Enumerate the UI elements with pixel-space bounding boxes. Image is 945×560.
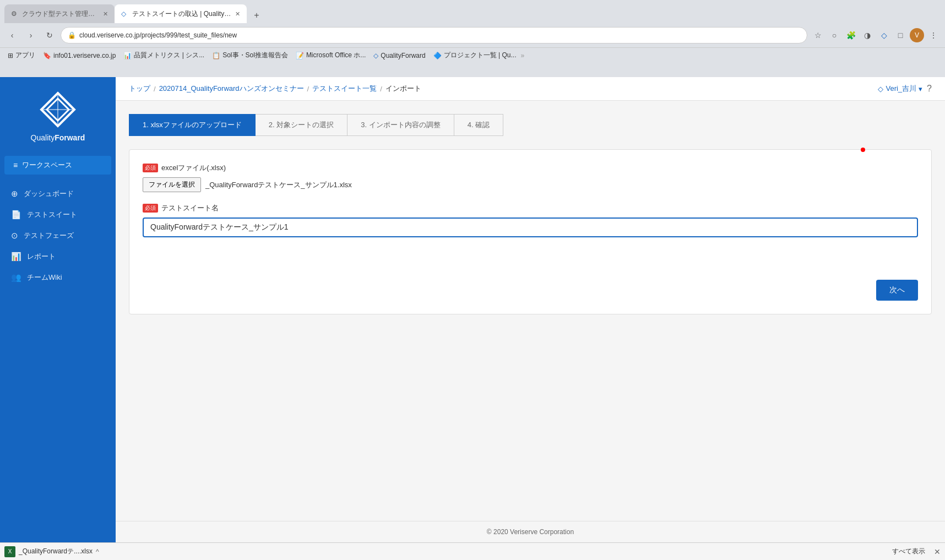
bookmark-qf[interactable]: ◇ QualityForward <box>370 51 428 61</box>
required-badge-excel: 必須 <box>143 164 158 172</box>
bookmark-label-metrics: 品質メトリクス | シス... <box>134 51 204 60</box>
bookmark-label-apps: アプリ <box>15 51 35 60</box>
workspace-icon: ≡ <box>13 161 18 170</box>
tab-close-1[interactable]: ✕ <box>103 10 108 18</box>
sidebar-nav: ⊕ ダッシュボード 📄 テストスイート ⊙ テストフェーズ 📊 レポート 👥 チ… <box>0 179 116 292</box>
breadcrumb-seminar[interactable]: 2020714_QualityForwardハンズオンセミナー <box>159 84 304 94</box>
download-bar: X _QualityForwardテ....xlsx ^ すべて表示 ✕ <box>0 542 945 560</box>
tab-inactive[interactable]: ⚙ クラウド型テスト管理ツール「Quality... ✕ <box>4 4 115 23</box>
nav-item-team-wiki[interactable]: 👥 チームWiki <box>0 267 116 288</box>
excel-icon-text: X <box>8 548 12 554</box>
report-icon: 📊 <box>11 252 21 262</box>
new-tab-button[interactable]: + <box>249 8 264 23</box>
bookmark-label-sol: Sol事・Sol推進報告会 <box>222 51 288 60</box>
tab-favicon-2: ◇ <box>121 10 129 18</box>
suite-name-label: 必須 テストスイート名 <box>143 203 918 213</box>
bookmark-info01[interactable]: 🔖 info01.veriserve.co.jp <box>40 51 119 61</box>
bookmark-projects[interactable]: 🔷 プロジェクト一覧 | Qu... <box>430 50 520 61</box>
bookmark-icon-msoffice: 📝 <box>296 52 304 59</box>
step-tab-2-label: 2. 対象シートの選択 <box>269 121 334 129</box>
nav-item-report[interactable]: 📊 レポート <box>0 246 116 267</box>
next-button[interactable]: 次へ <box>876 280 918 301</box>
breadcrumb-sep-1: / <box>154 85 156 93</box>
diamond-ext-icon[interactable]: ◇ <box>877 28 891 42</box>
nav-label-team-wiki: チームWiki <box>27 273 62 282</box>
breadcrumb-sep-2: / <box>307 85 309 93</box>
user-badge[interactable]: ◇ Veri_吉川 ▾ <box>878 84 922 94</box>
more-bookmarks[interactable]: » <box>521 52 525 59</box>
test-phase-icon: ⊙ <box>11 231 18 241</box>
bookmark-icon-projects: 🔷 <box>433 52 442 59</box>
breadcrumb-suite-list[interactable]: テストスイート一覧 <box>312 84 377 94</box>
breadcrumb: トップ / 2020714_QualityForwardハンズオンセミナー / … <box>129 84 421 94</box>
breadcrumb-sep-3: / <box>380 85 382 93</box>
help-icon[interactable]: ? <box>927 84 932 94</box>
tab-close-2[interactable]: ✕ <box>235 10 240 18</box>
apps-icon: ⊞ <box>8 52 13 59</box>
avatar-icon[interactable]: V <box>910 28 924 42</box>
breadcrumb-bar: トップ / 2020714_QualityForwardハンズオンセミナー / … <box>116 77 945 101</box>
step-tab-3[interactable]: 3. インポート内容の調整 <box>347 114 454 136</box>
nav-item-test-phase[interactable]: ⊙ テストフェーズ <box>0 225 116 246</box>
nav-label-test-suite: テストスイート <box>27 210 77 220</box>
sidebar-logo: QualityForward <box>0 77 116 151</box>
bookmark-icon-info: 🔖 <box>43 52 51 59</box>
main-content: トップ / 2020714_QualityForwardハンズオンセミナー / … <box>116 77 945 542</box>
tab-title-1: クラウド型テスト管理ツール「Quality... <box>22 9 100 19</box>
breadcrumb-top[interactable]: トップ <box>129 84 150 94</box>
excel-field-label: 必須 excelファイル(.xlsx) <box>143 163 918 173</box>
nav-item-test-suite[interactable]: 📄 テストスイート <box>0 204 116 225</box>
refresh-button[interactable]: ↻ <box>42 28 57 43</box>
team-wiki-icon: 👥 <box>11 273 21 282</box>
nav-label-dashboard: ダッシュボード <box>24 189 74 199</box>
download-bar-close[interactable]: ✕ <box>934 547 941 556</box>
profile-icon[interactable]: ○ <box>827 28 841 42</box>
step-tab-1-label: 1. xlsxファイルのアップロード <box>143 121 242 129</box>
bookmark-apps[interactable]: ⊞ アプリ <box>4 50 39 61</box>
bookmark-sol[interactable]: 📋 Sol事・Sol推進報告会 <box>209 50 291 61</box>
test-suite-icon: 📄 <box>11 210 21 220</box>
bookmark-metrics[interactable]: 📊 品質メトリクス | シス... <box>120 50 208 61</box>
bookmark-icon-sol: 📋 <box>212 52 220 59</box>
extension-icon[interactable]: 🧩 <box>844 28 858 42</box>
copyright-text: © 2020 Veriserve Corporation <box>487 528 574 536</box>
bookmark-icon-qf: ◇ <box>373 52 378 59</box>
bookmark-msoffice[interactable]: 📝 Microsoft Office ホ... <box>292 50 369 61</box>
back-button[interactable]: ‹ <box>4 28 20 43</box>
file-select-button[interactable]: ファイルを選択 <box>143 177 201 192</box>
nav-item-dashboard[interactable]: ⊕ ダッシュボード <box>0 183 116 204</box>
step-tab-2[interactable]: 2. 対象シートの選択 <box>256 114 347 136</box>
address-bar[interactable]: 🔒 cloud.veriserve.co.jp/projects/999/tes… <box>61 27 807 44</box>
tab-active[interactable]: ◇ テストスイートの取込 | QualityForwa... ✕ <box>115 4 247 23</box>
lock-icon: 🔒 <box>68 31 76 39</box>
user-name: Veri_吉川 <box>886 84 916 94</box>
workspace-button[interactable]: ≡ ワークスペース <box>4 156 111 175</box>
tab-bar: ⚙ クラウド型テスト管理ツール「Quality... ✕ ◇ テストスイートの取… <box>0 0 945 23</box>
excel-label-text: excelファイル(.xlsx) <box>161 163 226 173</box>
step-tab-1[interactable]: 1. xlsxファイルのアップロード <box>129 114 256 136</box>
theme-icon[interactable]: ◑ <box>860 28 875 42</box>
suite-name-input[interactable] <box>143 218 918 237</box>
tab-favicon-1: ⚙ <box>11 10 19 18</box>
forward-button[interactable]: › <box>23 28 39 43</box>
show-all-button[interactable]: すべて表示 <box>888 546 930 557</box>
step-tab-4[interactable]: 4. 確認 <box>454 114 503 136</box>
bookmarks-bar: ⊞ アプリ 🔖 info01.veriserve.co.jp 📊 品質メトリクス… <box>0 47 945 63</box>
user-area: ◇ Veri_吉川 ▾ ? <box>878 84 932 94</box>
app-layout: QualityForward ≡ ワークスペース ⊕ ダッシュボード 📄 テスト… <box>0 77 945 542</box>
square-ext-icon[interactable]: □ <box>893 28 908 42</box>
more-icon[interactable]: ⋮ <box>926 28 941 42</box>
download-chevron-icon[interactable]: ^ <box>96 548 99 556</box>
nav-label-report: レポート <box>27 252 56 262</box>
logo-text: QualityForward <box>31 133 85 143</box>
excel-icon: X <box>4 546 15 557</box>
bookmark-label-qf: QualityForward <box>381 52 425 59</box>
bookmark-star-icon[interactable]: ☆ <box>811 28 825 42</box>
bookmark-label-msoffice: Microsoft Office ホ... <box>306 51 366 60</box>
excel-file-section: 必須 excelファイル(.xlsx) ファイルを選択 _QualityForw… <box>143 163 918 192</box>
logo-forward: Forward <box>55 133 85 142</box>
browser-chrome: ⚙ クラウド型テスト管理ツール「Quality... ✕ ◇ テストスイートの取… <box>0 0 945 77</box>
step-tabs: 1. xlsxファイルのアップロード 2. 対象シートの選択 3. インポート内… <box>129 114 932 136</box>
dashboard-icon: ⊕ <box>11 189 18 199</box>
form-card: 必須 excelファイル(.xlsx) ファイルを選択 _QualityForw… <box>129 149 932 314</box>
